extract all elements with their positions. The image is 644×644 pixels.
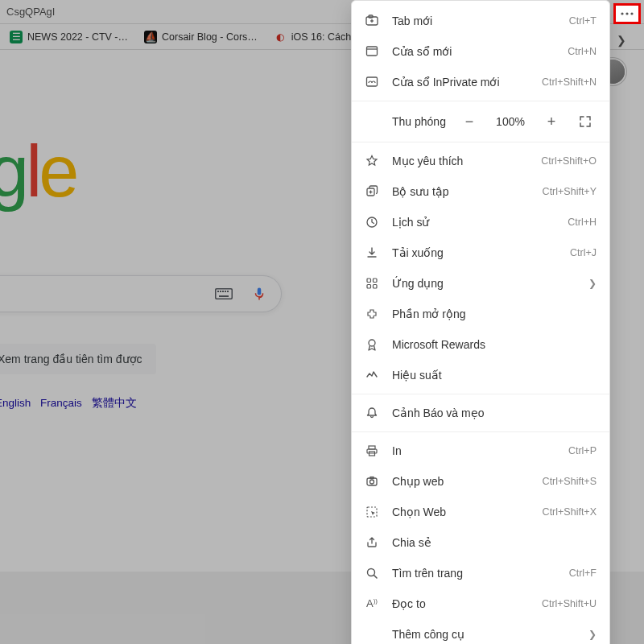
menu-item-label: Chọn Web [392,506,530,518]
zoom-label: Thu phóng [392,115,447,128]
menu-item-label: Lịch sử [392,216,555,229]
svg-rect-15 [367,47,378,56]
menu-item-ch-n-web[interactable]: Chọn WebCtrl+Shift+X [352,497,609,527]
menu-item-label: Bộ sưu tập [392,185,530,198]
menu-item-shortcut: Ctrl+Shift+X [543,506,597,518]
tab-icon [365,14,379,27]
bookmark-item[interactable]: ⛵Corsair Blog - Cors… [138,27,264,47]
favicon-icon: ⛵ [144,31,157,43]
menu-item-c-a-s-m-i[interactable]: Cửa sổ mớiCtrl+N [352,36,609,67]
fullscreen-button[interactable] [574,110,597,133]
menu-item-t-i-xu-ng[interactable]: Tải xuốngCtrl+J [352,237,609,268]
menu-item-label: In [392,444,555,457]
menu-item-th-m-c-ng-c[interactable]: Thêm công cụ❯ [352,619,609,644]
menu-item-shortcut: Ctrl+Shift+N [542,76,597,88]
menu-item-label: Thêm công cụ [392,628,576,641]
readaloud-icon: A)) [365,597,379,609]
zoom-control: Thu phóng − 100% + [352,105,609,138]
keyboard-icon[interactable] [215,288,233,299]
menu-item-label: Đọc to [392,597,529,610]
download-icon [365,246,379,259]
chevron-right-icon: ❯ [588,278,597,289]
menu-item-microsoft-rewards[interactable]: Microsoft Rewards [352,329,609,360]
menu-item-label: Cửa sổ mới [392,45,555,58]
svg-rect-26 [374,285,378,289]
svg-point-32 [370,480,374,484]
bookmark-label: NEWS 2022 - CTV -… [27,31,128,43]
google-logo: ogle [0,130,76,213]
collections-icon [365,185,379,198]
rewards-icon [365,338,379,351]
svg-point-27 [369,340,375,346]
apps-icon [365,277,379,290]
language-link[interactable]: Français [40,397,82,409]
extensions-icon [365,308,379,320]
menu-item-ch-p-web[interactable]: Chụp webCtrl+Shift+S [352,466,609,497]
menu-item-b-s-u-t-p[interactable]: Bộ sưu tậpCtrl+Shift+Y [352,176,609,207]
language-link[interactable]: 繁體中文 [92,397,137,409]
menu-item-label: Mục yêu thích [392,155,528,167]
svg-rect-6 [227,291,229,292]
svg-rect-31 [367,478,377,485]
menu-item-shortcut: Ctrl+J [570,247,597,258]
menu-item-tab-m-i[interactable]: Tab mớiCtrl+T [352,6,609,36]
menu-item-shortcut: Ctrl+N [568,46,597,57]
performance-icon [365,369,379,382]
ellipsis-icon [621,12,634,15]
zoom-in-button[interactable]: + [540,110,563,133]
favicon-icon: ☰ [10,31,23,43]
menu-item-c-nh-b-o-v-m-o[interactable]: Cảnh Báo và mẹo [352,398,609,428]
menu-item-m-c-y-u-th-ch[interactable]: Mục yêu thíchCtrl+Shift+O [352,146,609,176]
menu-item-ng-d-ng[interactable]: Ứng dụng❯ [352,268,609,299]
zoom-out-button[interactable]: − [458,110,481,133]
menu-item-hi-u-su-t[interactable]: Hiệu suất [352,360,609,390]
svg-rect-3 [220,291,221,292]
menu-item-shortcut: Ctrl+T [569,15,597,27]
menu-item-shortcut: Ctrl+Shift+S [543,476,597,487]
menu-item-label: Cửa sổ InPrivate mới [392,76,529,89]
menu-item-shortcut: Ctrl+P [568,445,597,456]
menu-item-shortcut: Ctrl+H [568,217,597,228]
bookmark-item[interactable]: ☰NEWS 2022 - CTV -… [3,27,134,47]
menu-item-shortcut: Ctrl+F [569,568,597,579]
inprivate-icon [365,76,379,89]
svg-rect-7 [219,295,229,297]
find-icon [365,567,379,580]
menu-item-label: Tab mới [392,14,556,27]
svg-rect-25 [367,285,371,289]
menu-item-chia-s[interactable]: Chia sẻ [352,527,609,558]
menu-item-shortcut: Ctrl+Shift+O [541,155,597,167]
svg-rect-24 [374,279,378,283]
menu-item-label: Ứng dụng [392,277,576,290]
menu-item-label: Microsoft Rewards [392,338,597,351]
menu-item-label: Chia sẻ [392,536,597,549]
language-link[interactable]: English [0,397,31,409]
menu-item-label: Tìm trên trang [392,567,556,580]
svg-rect-23 [367,279,371,283]
svg-point-8 [621,12,623,14]
star-icon [365,155,379,167]
browser-menu: Tab mớiCtrl+T Cửa sổ mớiCtrl+N Cửa sổ In… [351,0,610,644]
menu-item-c-to[interactable]: A)) Đọc toCtrl+Shift+U [352,588,609,619]
menu-item-in[interactable]: InCtrl+P [352,436,609,466]
search-box[interactable] [0,275,282,312]
svg-rect-2 [217,291,219,292]
favicon-icon: ◐ [274,31,287,43]
share-icon [365,536,379,549]
menu-item-c-a-s-inprivate-m-i[interactable]: Cửa sổ InPrivate mớiCtrl+Shift+N [352,67,609,97]
svg-rect-4 [222,291,224,292]
menu-item-l-ch-s[interactable]: Lịch sửCtrl+H [352,207,609,237]
window-icon [365,45,379,58]
more-menu-button[interactable] [613,3,641,24]
menu-item-t-m-tr-n-trang[interactable]: Tìm trên trangCtrl+F [352,558,609,588]
feeling-lucky-button[interactable]: Xem trang đầu tiên tìm được [0,344,156,374]
print-icon [365,444,379,457]
svg-rect-5 [225,291,226,292]
capture-icon [365,475,379,488]
menu-item-shortcut: Ctrl+Shift+Y [543,186,597,197]
history-icon [365,216,379,229]
microphone-icon[interactable] [252,287,266,301]
menu-item-ph-n-m-r-ng[interactable]: Phần mở rộng [352,299,609,329]
bookmarks-overflow-chevron-icon[interactable]: ❯ [617,34,626,47]
svg-point-10 [630,12,633,14]
